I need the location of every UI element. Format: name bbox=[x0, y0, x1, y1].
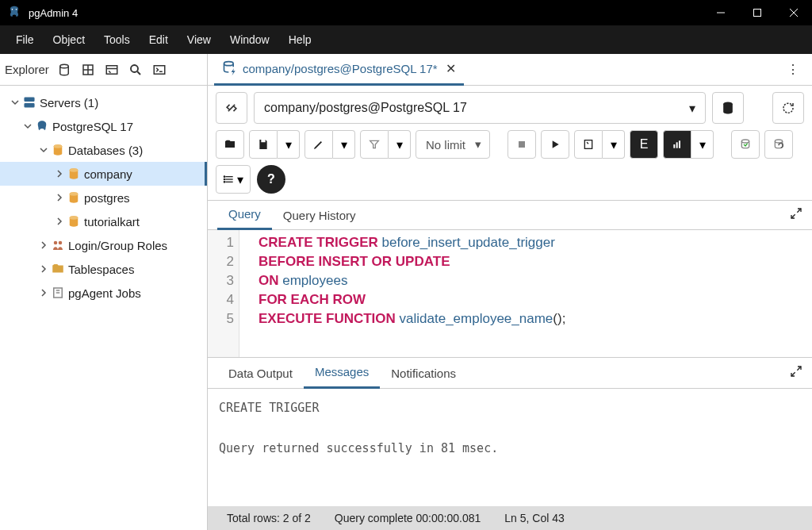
svg-marker-38 bbox=[553, 140, 559, 148]
caret-right-icon[interactable] bbox=[38, 265, 49, 273]
explain-dropdown[interactable]: ▾ bbox=[603, 130, 625, 159]
edit-dropdown[interactable]: ▾ bbox=[333, 130, 355, 159]
sidebar-title: Explorer bbox=[5, 63, 52, 76]
connection-select[interactable]: company/postgres@PostgreSQL 17 ▾ bbox=[254, 92, 706, 124]
caret-down-icon[interactable] bbox=[38, 146, 49, 154]
macros-button[interactable]: ▾ bbox=[216, 165, 251, 194]
menu-object[interactable]: Object bbox=[44, 29, 94, 51]
svg-point-25 bbox=[70, 192, 79, 196]
caret-right-icon[interactable] bbox=[54, 217, 65, 225]
svg-point-33 bbox=[224, 62, 234, 66]
grid-icon[interactable] bbox=[76, 58, 100, 82]
search-icon[interactable] bbox=[124, 58, 147, 82]
menu-help[interactable]: Help bbox=[279, 29, 321, 51]
tree-tablespaces[interactable]: Tablespaces bbox=[0, 257, 207, 281]
svg-point-49 bbox=[224, 179, 224, 179]
folder-icon bbox=[49, 262, 67, 276]
tree-db-company[interactable]: company bbox=[0, 162, 207, 186]
database-lightning-icon bbox=[222, 60, 238, 76]
query-toolbar-row2: ▾ ? bbox=[208, 165, 812, 200]
execute-button[interactable] bbox=[541, 130, 569, 159]
psql-icon[interactable] bbox=[147, 58, 171, 82]
expand-output-icon[interactable] bbox=[790, 365, 802, 381]
caret-right-icon[interactable] bbox=[54, 194, 65, 202]
limit-select[interactable]: No limit bbox=[416, 130, 490, 159]
menu-tools[interactable]: Tools bbox=[94, 29, 140, 51]
tree-postgresql[interactable]: PostgreSQL 17 bbox=[0, 114, 207, 138]
open-file-button[interactable] bbox=[216, 130, 244, 159]
sidebar: Explorer Servers (1) PostgreSQL 17 bbox=[0, 54, 208, 530]
kebab-menu-icon[interactable]: ⋮ bbox=[780, 62, 806, 77]
filter-icon[interactable] bbox=[100, 58, 124, 82]
analyze-dropdown[interactable]: ▾ bbox=[691, 130, 714, 159]
active-tab[interactable]: company/postgres@PostgreSQL 17* ✕ bbox=[214, 54, 464, 86]
tab-data-output[interactable]: Data Output bbox=[217, 357, 304, 389]
database-icon bbox=[65, 190, 82, 205]
caret-down-icon[interactable] bbox=[22, 122, 33, 130]
help-button[interactable]: ? bbox=[257, 165, 285, 194]
edit-button[interactable] bbox=[304, 130, 333, 159]
explain-button[interactable] bbox=[574, 130, 603, 159]
connection-status-button[interactable] bbox=[216, 92, 247, 124]
window-titlebar: pgAdmin 4 bbox=[0, 0, 812, 25]
reset-button[interactable] bbox=[772, 92, 804, 124]
svg-line-52 bbox=[791, 214, 795, 218]
close-button[interactable] bbox=[776, 0, 812, 25]
menu-window[interactable]: Window bbox=[220, 29, 279, 51]
svg-point-12 bbox=[131, 65, 138, 72]
svg-rect-37 bbox=[519, 141, 525, 148]
database-icon bbox=[65, 167, 82, 181]
tab-messages[interactable]: Messages bbox=[304, 357, 380, 389]
filter-button[interactable] bbox=[360, 130, 389, 159]
rollback-button[interactable] bbox=[764, 130, 793, 159]
minimize-button[interactable] bbox=[703, 0, 739, 25]
tree-pgagent[interactable]: pgAgent Jobs bbox=[0, 281, 207, 305]
line-gutter: 1 2 3 4 5 bbox=[208, 230, 239, 357]
svg-point-1 bbox=[16, 9, 17, 10]
maximize-button[interactable] bbox=[739, 0, 776, 25]
status-query-time: Query complete 00:00:00.081 bbox=[335, 512, 481, 524]
tab-query-history[interactable]: Query History bbox=[272, 200, 367, 230]
tab-label: company/postgres@PostgreSQL 17* bbox=[243, 62, 438, 75]
tree-db-postgres[interactable]: postgres bbox=[0, 186, 207, 209]
menu-view[interactable]: View bbox=[178, 29, 220, 51]
analyze-graph-button[interactable] bbox=[663, 130, 691, 159]
caret-right-icon[interactable] bbox=[54, 170, 65, 178]
content-area: company/postgres@PostgreSQL 17* ✕ ⋮ comp… bbox=[208, 54, 812, 530]
caret-down-icon[interactable] bbox=[10, 98, 21, 106]
tree-databases[interactable]: Databases (3) bbox=[0, 138, 207, 162]
explain-analyze-button[interactable]: E bbox=[630, 130, 658, 159]
status-rows: Total rows: 2 of 2 bbox=[227, 512, 311, 524]
menu-file[interactable]: File bbox=[6, 29, 44, 51]
save-dropdown[interactable]: ▾ bbox=[278, 130, 300, 159]
tree-servers[interactable]: Servers (1) bbox=[0, 90, 207, 114]
close-tab-icon[interactable]: ✕ bbox=[446, 61, 456, 76]
tab-notifications[interactable]: Notifications bbox=[380, 357, 467, 389]
sql-editor[interactable]: 1 2 3 4 5 CREATE TRIGGER before_insert_u… bbox=[208, 230, 812, 357]
svg-point-21 bbox=[54, 144, 63, 148]
menubar: File Object Tools Edit View Window Help bbox=[0, 25, 812, 54]
stop-button[interactable] bbox=[508, 130, 536, 159]
output-tabs: Data Output Messages Notifications bbox=[208, 357, 812, 389]
svg-marker-36 bbox=[370, 140, 379, 148]
menu-edit[interactable]: Edit bbox=[140, 29, 178, 51]
caret-right-icon[interactable] bbox=[38, 241, 49, 249]
properties-icon[interactable] bbox=[52, 58, 76, 82]
code-content[interactable]: CREATE TRIGGER before_insert_update_trig… bbox=[239, 230, 565, 357]
new-connection-button[interactable] bbox=[712, 92, 744, 124]
tree-db-tutorialkart[interactable]: tutorialkart bbox=[0, 209, 207, 233]
commit-button[interactable] bbox=[731, 130, 760, 159]
caret-right-icon[interactable] bbox=[38, 289, 49, 297]
window-title: pgAdmin 4 bbox=[29, 7, 703, 19]
svg-point-29 bbox=[59, 241, 63, 245]
tab-query[interactable]: Query bbox=[217, 200, 272, 230]
expand-editor-icon[interactable] bbox=[790, 207, 802, 223]
query-toolbar: ▾ ▾ ▾ No limit ▾ E ▾ bbox=[208, 130, 812, 165]
chevron-down-icon: ▾ bbox=[689, 101, 695, 116]
database-icon bbox=[65, 214, 82, 229]
tree-login-roles[interactable]: Login/Group Roles bbox=[0, 233, 207, 257]
svg-rect-41 bbox=[676, 142, 678, 148]
filter-dropdown[interactable]: ▾ bbox=[389, 130, 411, 159]
svg-line-51 bbox=[797, 209, 801, 213]
save-button[interactable] bbox=[249, 130, 278, 159]
